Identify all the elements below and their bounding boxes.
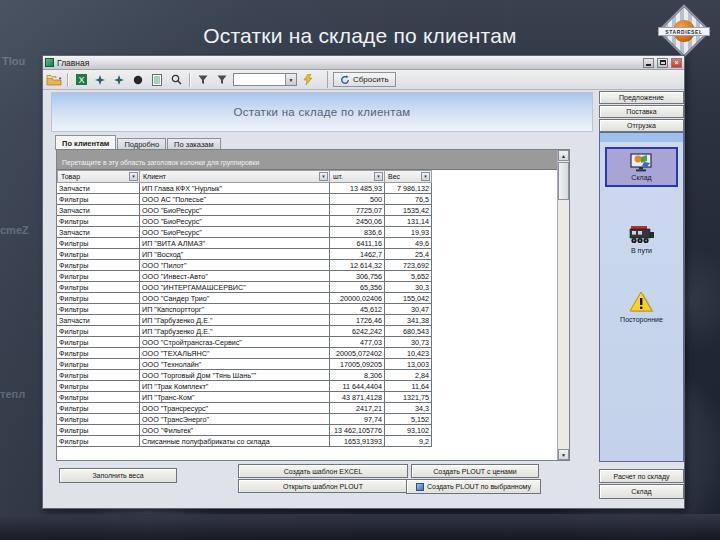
column-header-client[interactable]: Клиент ▼	[140, 170, 330, 183]
table-row[interactable]: ФильтрыООО "ИНТЕРГАМАШСЕРВИС"65,35630,3	[57, 282, 557, 293]
filter-dropdown-icon[interactable]: ▼	[421, 172, 430, 181]
table-row[interactable]: ФильтрыООО "Инвест-Авто"306,7565,652	[57, 271, 557, 282]
table-row[interactable]: ФильтрыИП "Транс-Ком"43 871,41281321,75	[57, 392, 557, 403]
table-row[interactable]: ФильтрыООО "Фильтек"13 462,10577693,102	[57, 425, 557, 436]
warehouse-button[interactable]: Склад	[599, 484, 684, 499]
grid-cell: ООО "БиоРесурс"	[140, 216, 330, 227]
open-file-button[interactable]	[46, 72, 62, 87]
zoom-button[interactable]	[168, 72, 184, 87]
shipment-button[interactable]: Отгрузка	[599, 119, 684, 132]
grid-cell: ООО "Пилот"	[140, 260, 330, 271]
grid-cell: ООО "ТрансЭнерго"	[140, 414, 330, 425]
right-sidebar: Предложение Поставка Отгрузка Склад	[599, 90, 684, 508]
filter-dropdown-icon[interactable]: ▼	[319, 172, 328, 181]
tab-by-clients[interactable]: По клиентам	[55, 135, 116, 150]
window-title: Главная	[57, 58, 640, 68]
scroll-down-icon[interactable]: ▼	[558, 449, 569, 460]
table-row[interactable]: ФильтрыИП "Капспортторг"45,61230,47	[57, 304, 557, 315]
nav-item-warehouse[interactable]: Склад	[605, 147, 678, 187]
grid-cell: Запчасти	[57, 183, 140, 194]
combobox-input[interactable]	[234, 74, 285, 85]
grid-cell: Фильтры	[57, 216, 140, 227]
column-header-weight[interactable]: Вес ▼	[385, 170, 432, 183]
column-header-qty[interactable]: шт. ▼	[330, 170, 385, 183]
vertical-scrollbar[interactable]: ▲ ▼	[557, 150, 569, 460]
table-row[interactable]: ФильтрыИП "Трак Комплект"11 644,440411,6…	[57, 381, 557, 392]
chevron-down-icon[interactable]: ▼	[285, 74, 296, 85]
filter-dropdown-icon[interactable]: ▼	[374, 172, 383, 181]
reset-group: Сбросить	[327, 71, 396, 88]
grid-cell: 477,03	[330, 337, 385, 348]
grid-cell: Фильтры	[57, 260, 140, 271]
column-header-product[interactable]: Товар ▼	[57, 170, 140, 183]
record-button[interactable]	[130, 72, 146, 87]
open-template-button[interactable]: Открыть шаблон PLOUT	[238, 479, 408, 493]
grid-cell: ООО АС "Полесье"	[140, 194, 330, 205]
table-row[interactable]: ФильтрыСписанные полуфабрикаты со склада…	[57, 436, 557, 447]
nav-item-in-transit[interactable]: В пути	[600, 225, 683, 254]
nav-next-button[interactable]	[111, 72, 127, 87]
group-by-panel[interactable]: Перетащите в эту область заголовок колон…	[57, 150, 557, 170]
grid-cell: Фильтры	[57, 337, 140, 348]
table-row[interactable]: ФильтрыООО "ТрансЭнерго"97,745,152	[57, 414, 557, 425]
excel-icon: X	[76, 74, 87, 85]
scroll-up-icon[interactable]: ▲	[558, 150, 569, 161]
grid-cell: Фильтры	[57, 425, 140, 436]
supply-button[interactable]: Поставка	[599, 105, 684, 118]
grid-cell: ИП Глава КФХ "Нурлык"	[140, 183, 330, 194]
table-row[interactable]: ФильтрыООО "Пилот"12 614,32723,692	[57, 260, 557, 271]
grid-cell: 97,74	[330, 414, 385, 425]
filter-dropdown-icon[interactable]: ▼	[129, 172, 138, 181]
toolbar-separator	[189, 73, 190, 87]
create-plout-selected-button[interactable]: Создать PLOUT по выбранному	[406, 479, 541, 494]
grid-cell: 680,543	[385, 326, 432, 337]
grid-cell: 5,652	[385, 271, 432, 282]
xl-report-button[interactable]	[149, 72, 165, 87]
grid-cell: Фильтры	[57, 326, 140, 337]
create-template-button[interactable]: Создать шаблон EXCEL	[238, 464, 408, 478]
grid-cell: Фильтры	[57, 403, 140, 414]
table-row[interactable]: ФильтрыООО "Сандер Трио"20000,02406155,0…	[57, 293, 557, 304]
grid-cell: 93,102	[385, 425, 432, 436]
circle-icon	[133, 75, 143, 85]
filter-button-1[interactable]	[195, 72, 211, 87]
create-plout-prices-button[interactable]: Создать PLOUT с ценами	[411, 464, 539, 478]
scrollbar-thumb[interactable]	[558, 162, 569, 200]
close-button[interactable]: ×	[671, 58, 682, 68]
grid-cell: Фильтры	[57, 293, 140, 304]
table-row[interactable]: ФильтрыООО "Технолайн"17005,0920513,003	[57, 359, 557, 370]
table-row[interactable]: ФильтрыООО "ТЕХАЛЬЯНС"20005,07240210,423	[57, 348, 557, 359]
grid-cell: 19,93	[385, 227, 432, 238]
table-row[interactable]: ЗапчастиИП "Гарбузенко Д.Е."1726,46341,3…	[57, 315, 557, 326]
table-row[interactable]: ФильтрыООО "Трансресурс"2417,2134,3	[57, 403, 557, 414]
table-row[interactable]: ФильтрыООО "Стройтрансгаз-Сервис"477,033…	[57, 337, 557, 348]
filter-icon	[217, 75, 227, 85]
table-row[interactable]: ФильтрыООО "Торговый Дом "Тянь Шань""8,3…	[57, 370, 557, 381]
grid-cell: 12 614,32	[330, 260, 385, 271]
minimize-button[interactable]	[643, 58, 654, 68]
nav-prev-button[interactable]	[92, 72, 108, 87]
table-row[interactable]: ЗапчастиИП Глава КФХ "Нурлык"13 485,937 …	[57, 183, 557, 194]
reset-button[interactable]: Сбросить	[333, 72, 396, 87]
table-row[interactable]: ФильтрыООО АС "Полесье"50076,5	[57, 194, 557, 205]
filter-button-2[interactable]	[214, 72, 230, 87]
excel-export-button[interactable]: X	[73, 72, 89, 87]
table-row[interactable]: ЗапчастиООО "БиоРесурс"836,619,93	[57, 227, 557, 238]
table-row[interactable]: ЗапчастиООО "БиоРесурс"7725,071535,42	[57, 205, 557, 216]
toolbar-combobox[interactable]: ▼	[233, 73, 297, 86]
wand-button[interactable]	[300, 72, 316, 87]
nav-item-outsider[interactable]: Посторонние	[600, 291, 683, 323]
table-row[interactable]: ФильтрыООО "БиоРесурс"2450,06131,14	[57, 216, 557, 227]
grid-body: ЗапчастиИП Глава КФХ "Нурлык"13 485,937 …	[57, 183, 557, 460]
window-titlebar[interactable]: Главная ×	[43, 56, 684, 70]
table-row[interactable]: ФильтрыИП "ВИТА АЛМАЗ"6411,1649,6	[57, 238, 557, 249]
maximize-button[interactable]	[657, 58, 668, 68]
warning-icon	[629, 291, 655, 314]
offer-button[interactable]: Предложение	[599, 91, 684, 104]
table-row[interactable]: ФильтрыИП "Гарбузенко Д.Е."6242,242680,5…	[57, 326, 557, 337]
fill-weights-button[interactable]: Заполнить веса	[59, 468, 177, 483]
table-row[interactable]: ФильтрыИП "Восход"1462,725,4	[57, 249, 557, 260]
warehouse-calc-button[interactable]: Расчет по складу	[599, 469, 684, 483]
grid-cell: 2450,06	[330, 216, 385, 227]
grid-cell: Фильтры	[57, 194, 140, 205]
